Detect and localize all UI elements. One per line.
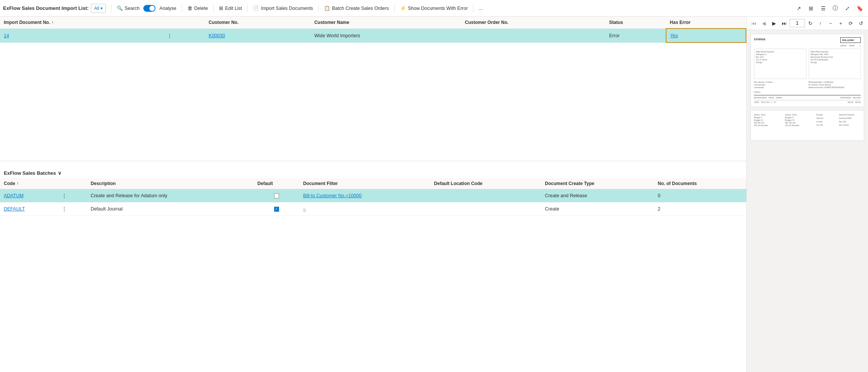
doc-info-block: Ink.order 100004 50000 1 <box>840 37 861 47</box>
share-button[interactable]: ↗ <box>793 3 804 14</box>
filter-dropdown[interactable]: All ▾ <box>91 4 105 13</box>
batch-create-type-cell: Create and Release <box>541 189 654 203</box>
customer-order-no-cell <box>461 28 605 43</box>
sep-3 <box>213 5 214 12</box>
expand-button[interactable]: ⤢ <box>842 3 853 14</box>
edit-list-button[interactable]: ⊞ Edit List <box>216 3 245 13</box>
toolbar-title: ExFlow Sales Document Import List: <box>3 5 89 11</box>
doc-preview-upper: cronus · · · · · Ink.order 100004 50000 … <box>751 34 864 107</box>
customer-no-cell: K00030 <box>205 28 311 43</box>
preview-prev-btn[interactable]: ◀ <box>759 18 769 28</box>
has-error-value[interactable]: Yes <box>670 33 678 38</box>
default-checkbox[interactable] <box>274 207 279 212</box>
col-has-error[interactable]: Has Error <box>666 17 746 28</box>
line-item-row: 10001 TELE Text 1 ST 400,00 400,00 <box>754 101 861 104</box>
toolbar-right: ↗ ⊞ ☰ ⓘ ⤢ 🔖 <box>793 3 865 14</box>
delete-button[interactable]: 🗑 Delete <box>184 3 211 13</box>
batch-create-type-cell: Create <box>541 203 654 216</box>
analyse-toggle[interactable] <box>143 5 156 12</box>
preview-reset-btn[interactable]: ↺ <box>856 18 866 28</box>
batch-default-cell <box>254 189 299 203</box>
col-customer-name[interactable]: Customer Name <box>311 17 461 28</box>
customer-no-value[interactable]: K00030 <box>209 33 225 38</box>
batch-doc-filter-cell: Bill-to Customer No.=10000 <box>299 189 430 203</box>
batch-code-link[interactable]: ADATUM <box>4 193 24 198</box>
batch-menu-button[interactable]: ⋮ <box>60 192 68 199</box>
delete-label: Delete <box>194 6 208 11</box>
batch-menu-cell: ⋮ <box>57 189 87 203</box>
batch-menu-button[interactable]: ⋮ <box>60 205 68 213</box>
batches-col-default[interactable]: Default <box>254 178 299 189</box>
more-label: ... <box>479 6 482 11</box>
batches-section: ExFlow Sales Batches ∨ Code ↑ Descriptio… <box>0 165 746 216</box>
preview-toolbar: ⏮ ◀ ▶ ⏭ ↻ ↑ − + ⟳ ↺ <box>747 17 868 30</box>
filter-view-icon: ⊞ <box>809 5 813 11</box>
batches-col-doc-filter[interactable]: Document Filter <box>299 178 430 189</box>
preview-export-btn[interactable]: ↑ <box>816 18 825 28</box>
import-doc-no-link[interactable]: 14 <box>4 33 9 38</box>
batch-doc-filter-value[interactable]: Bill-to Customer No.=10000 <box>303 193 362 198</box>
batches-title[interactable]: ExFlow Sales Batches ∨ <box>0 168 746 178</box>
batch-create-button[interactable]: 📋 Batch Create Sales Orders <box>321 3 392 13</box>
info-button[interactable]: ⓘ <box>830 3 841 14</box>
status-cell: Error <box>605 28 666 43</box>
doc-title: Ink.order <box>840 37 861 43</box>
show-errors-button[interactable]: ⚡ Show Documents With Error <box>397 3 471 13</box>
search-label: Search <box>125 6 140 11</box>
preview-zoom-out-btn[interactable]: − <box>826 18 835 28</box>
chevron-down-icon: ▾ <box>100 6 103 11</box>
preview-next-btn[interactable]: ▶ <box>769 18 779 28</box>
preview-last-btn[interactable]: ⏭ <box>779 18 789 28</box>
row-menu-button[interactable]: ⋮ <box>166 32 173 40</box>
sep-4 <box>247 5 248 12</box>
analyse-button[interactable]: Analyse <box>156 4 179 13</box>
import-docs-button[interactable]: 📄 Import Sales Documents <box>250 3 316 13</box>
batch-code-link[interactable]: DEFAULT <box>4 206 25 212</box>
preview-page-input[interactable] <box>790 19 805 27</box>
customer-name-cell: Wide World Importers <box>311 28 461 43</box>
doc-left-address: Wide World Importers Dillingatan 2 Box 1… <box>754 49 806 79</box>
recipient-address: Wide World Importers Dillingatan Mal, 20… <box>811 51 859 64</box>
col-customer-no[interactable]: Customer No. <box>205 17 311 28</box>
col-customer-order-no[interactable]: Customer Order No. <box>461 17 605 28</box>
search-button[interactable]: 🔍 Search <box>114 3 143 13</box>
info-icon: ⓘ <box>833 5 838 12</box>
preview-fit-btn[interactable]: ⟳ <box>846 18 856 28</box>
default-checkbox[interactable] <box>274 193 279 198</box>
batch-default-cell <box>254 203 299 216</box>
col-status[interactable]: Status <box>605 17 666 28</box>
search-icon: 🔍 <box>117 5 123 11</box>
batch-description-cell: Default Journal <box>87 203 254 216</box>
col-import-doc-no[interactable]: Import Document No. ↑ <box>0 17 162 28</box>
doc-address-section: Wide World Importers Dillingatan 2 Box 1… <box>754 49 861 79</box>
batches-col-description[interactable]: Description <box>87 178 254 189</box>
batch-doc-filter-value[interactable]: – <box>303 206 306 212</box>
list-view-button[interactable]: ☰ <box>818 3 828 14</box>
preview-zoom-in-btn[interactable]: + <box>836 18 846 28</box>
batches-col-code[interactable]: Code ↑ <box>0 178 57 189</box>
left-panel: Import Document No. ↑ Customer No. Custo… <box>0 17 746 372</box>
batches-col-create-type[interactable]: Document Create Type <box>541 178 654 189</box>
doc-line-items: BESKRIVNING ANTAL ENHET PRIS/ENHET BELOP… <box>754 95 861 104</box>
batches-row[interactable]: ADATUM ⋮ Create and Release for Adatum o… <box>0 189 746 203</box>
sep-7 <box>473 5 473 12</box>
batches-title-text: ExFlow Sales Batches <box>4 170 56 176</box>
doc-ref-left: Vår referens: In-Direct Leveranssätt: Le… <box>754 81 806 89</box>
list-view-icon: ☰ <box>821 5 826 11</box>
batches-row[interactable]: DEFAULT ⋮ Default Journal – Create 2 <box>0 203 746 216</box>
batches-col-no-docs[interactable]: No. of Documents <box>654 178 746 189</box>
batch-location-code-cell <box>430 203 541 216</box>
more-button[interactable]: ... <box>476 4 486 13</box>
filter-view-button[interactable]: ⊞ <box>806 3 816 14</box>
sep-2 <box>182 5 182 12</box>
table-row[interactable]: 14 ⋮ K00030 Wide World Importers Error Y… <box>0 28 746 43</box>
batch-create-icon: 📋 <box>324 5 330 11</box>
batch-menu-cell: ⋮ <box>57 203 87 216</box>
batch-location-code-cell <box>430 189 541 203</box>
share-icon: ↗ <box>797 5 801 11</box>
bookmark-button[interactable]: 🔖 <box>854 3 865 14</box>
preview-refresh-btn[interactable]: ↻ <box>806 18 815 28</box>
batches-col-location-code[interactable]: Default Location Code <box>430 178 541 189</box>
preview-first-btn[interactable]: ⏮ <box>749 18 759 28</box>
row-menu-cell: ⋮ <box>162 28 205 43</box>
